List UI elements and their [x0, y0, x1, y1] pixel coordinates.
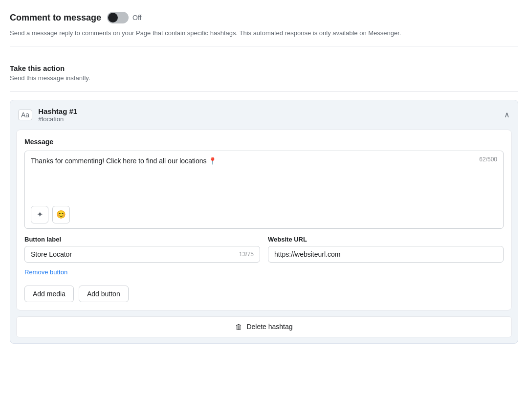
button-label-count: 13/75	[239, 251, 254, 258]
button-fields-row: Button label Store Locator 13/75 Remove …	[24, 236, 504, 279]
message-actions: ✦ 😊	[31, 206, 497, 223]
add-button-button[interactable]: Add button	[79, 286, 129, 302]
remove-button[interactable]: Remove button	[24, 265, 67, 279]
hashtag-body: Message Thanks for commenting! Click her…	[16, 130, 512, 310]
button-label-input-wrapper: Store Locator 13/75	[24, 246, 260, 263]
delete-hashtag-label: Delete hashtag	[246, 323, 292, 331]
emoji-button[interactable]: 😊	[52, 206, 70, 223]
action-subtitle: Send this message instantly.	[10, 74, 518, 82]
message-label: Message	[24, 138, 504, 146]
action-title: Take this action	[10, 64, 518, 72]
char-count: 62/500	[479, 156, 497, 163]
toggle-label: Off	[132, 14, 141, 22]
delete-hashtag-button[interactable]: 🗑 Delete hashtag	[16, 316, 512, 337]
button-label-col: Button label Store Locator 13/75 Remove …	[24, 236, 260, 279]
hashtag-title: Hashtag #1	[38, 107, 77, 115]
add-media-button[interactable]: Add media	[24, 286, 74, 302]
chevron-up-icon: ∧	[504, 110, 510, 119]
website-url-input[interactable]: https://websiteurl.com	[274, 250, 340, 258]
page-title: Comment to message	[10, 13, 101, 23]
website-url-input-wrapper: https://websiteurl.com	[268, 246, 504, 263]
hashtag-header-left: Aa Hashtag #1 #location	[18, 107, 77, 123]
emoji-icon: 😊	[56, 210, 66, 219]
ai-button[interactable]: ✦	[31, 206, 48, 223]
toggle-thumb	[108, 13, 118, 22]
hashtag-header[interactable]: Aa Hashtag #1 #location ∧	[10, 100, 518, 130]
toggle-switch[interactable]	[107, 12, 129, 23]
hashtag-tag: #location	[38, 115, 77, 123]
trash-icon: 🗑	[235, 323, 242, 331]
hashtag-info: Hashtag #1 #location	[38, 107, 77, 123]
hashtag-card: Aa Hashtag #1 #location ∧ Message Thanks…	[10, 100, 518, 344]
message-text-row: Thanks for commenting! Click here to fin…	[31, 156, 497, 166]
website-url-heading: Website URL	[268, 236, 504, 243]
toggle-track	[107, 12, 129, 23]
sparkle-icon: ✦	[37, 210, 43, 219]
aa-icon: Aa	[18, 110, 32, 120]
button-label-heading: Button label	[24, 236, 260, 243]
page-description: Send a message reply to comments on your…	[10, 28, 518, 46]
message-text[interactable]: Thanks for commenting! Click here to fin…	[31, 156, 473, 166]
bottom-actions: Add media Add button	[24, 286, 504, 302]
page-header: Comment to message Off	[10, 12, 518, 23]
website-url-col: Website URL https://websiteurl.com	[268, 236, 504, 263]
button-label-input[interactable]: Store Locator	[31, 250, 235, 258]
toggle-container[interactable]: Off	[107, 12, 141, 23]
action-section: Take this action Send this message insta…	[10, 56, 518, 92]
message-textarea-wrapper: Thanks for commenting! Click here to fin…	[24, 151, 504, 229]
